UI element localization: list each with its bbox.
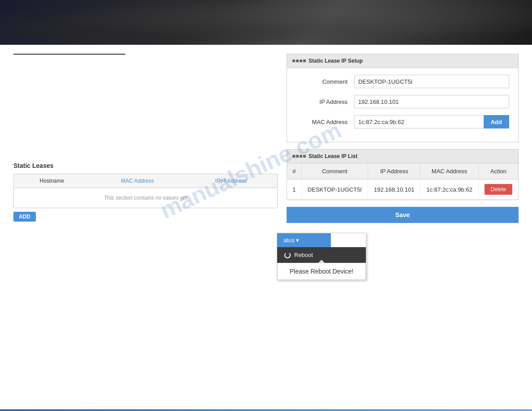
ip-address-row: IP Address: [296, 95, 509, 108]
setup-card-icon: [292, 60, 306, 62]
mac-address-label: MAC Address: [296, 119, 354, 125]
please-reboot-label: Please Reboot Device!: [290, 268, 353, 275]
static-leases-section: Static Leases Hostname MAC Address I: [13, 162, 278, 222]
main-content: Static Leases Hostname MAC Address I: [0, 45, 532, 403]
mac-address-link[interactable]: MAC Address: [121, 178, 154, 184]
cell-num: 1: [287, 180, 301, 200]
col-action: Action: [478, 163, 518, 180]
col-hostname: Hostname: [14, 174, 90, 188]
add-lease-button[interactable]: ADD: [13, 212, 36, 222]
mac-address-input-group: Add: [354, 115, 509, 128]
empty-message: This section contains no values yet: [14, 188, 277, 208]
list-card-icon: [292, 155, 306, 158]
reboot-box: Please Reboot Device!: [277, 263, 366, 280]
save-btn-container: Save: [287, 207, 519, 223]
cell-mac: 1c:87:2c:ca:9b:62: [420, 180, 479, 200]
reboot-label: Reboot: [294, 252, 313, 258]
list-card-title: Static Lease IP List: [309, 153, 357, 159]
list-card-header: Static Lease IP List: [287, 150, 518, 163]
col-ip: IP Address: [368, 163, 420, 180]
cell-ip: 192.168.10.101: [368, 180, 420, 200]
leases-table-container: Hostname MAC Address IPv4 Address: [13, 174, 278, 208]
ip-address-input[interactable]: [354, 95, 509, 108]
list-card-body: # Comment IP Address MAC Address Action …: [287, 163, 518, 200]
col-ipv4-address[interactable]: IPv4 Address: [185, 174, 277, 188]
setup-card-header: Static Lease IP Setup: [287, 54, 518, 68]
comment-input[interactable]: [354, 75, 509, 88]
footer-bar: [0, 409, 532, 411]
ip-list-body: 1 DESKTOP-1UGCT5I 192.168.10.101 1c:87:2…: [287, 180, 518, 200]
delete-button[interactable]: Delete: [485, 184, 513, 195]
leases-empty-row: This section contains no values yet: [14, 188, 277, 208]
ip-list-table: # Comment IP Address MAC Address Action …: [287, 163, 518, 200]
left-panel: Static Leases Hostname MAC Address I: [13, 54, 278, 394]
dropdown-trigger-bar[interactable]: atus ▾: [277, 233, 331, 247]
col-num: #: [287, 163, 301, 180]
leases-table-header: Hostname MAC Address IPv4 Address: [14, 174, 277, 188]
static-lease-list-card: Static Lease IP List # Comment IP Addres…: [287, 149, 519, 200]
static-leases-title: Static Leases: [13, 162, 278, 169]
cell-action: Delete: [478, 180, 518, 200]
comment-label: Comment: [296, 78, 354, 85]
header-banner: [0, 0, 532, 45]
top-divider: [13, 54, 125, 55]
cell-comment: DESKTOP-1UGCT5I: [301, 180, 368, 200]
setup-card-title: Static Lease IP Setup: [309, 58, 363, 64]
static-lease-setup-card: Static Lease IP Setup Comment IP Address…: [287, 54, 519, 142]
dropdown-status-label: atus ▾: [283, 237, 299, 244]
setup-card-body: Comment IP Address MAC Address Add: [287, 68, 518, 142]
ip-list-header-row: # Comment IP Address MAC Address Action: [287, 163, 518, 180]
col-comment: Comment: [301, 163, 368, 180]
ip-address-label: IP Address: [296, 98, 354, 105]
mac-address-input[interactable]: [354, 115, 484, 128]
save-button[interactable]: Save: [287, 207, 519, 223]
ipv4-address-link[interactable]: IPv4 Address: [215, 178, 247, 184]
right-panel: Static Lease IP Setup Comment IP Address…: [287, 54, 519, 394]
add-mac-button[interactable]: Add: [484, 115, 509, 128]
leases-table: Hostname MAC Address IPv4 Address: [14, 174, 277, 208]
table-row: 1 DESKTOP-1UGCT5I 192.168.10.101 1c:87:2…: [287, 180, 518, 200]
dropdown-overlay: atus ▾ Reboot Please Reboot Device!: [277, 233, 366, 280]
col-mac-address[interactable]: MAC Address: [90, 174, 185, 188]
mac-address-row: MAC Address Add: [296, 115, 509, 128]
dropdown-trigger-area: atus ▾: [277, 233, 366, 247]
col-mac: MAC Address: [420, 163, 479, 180]
comment-row: Comment: [296, 75, 509, 88]
reboot-icon: [284, 252, 291, 258]
